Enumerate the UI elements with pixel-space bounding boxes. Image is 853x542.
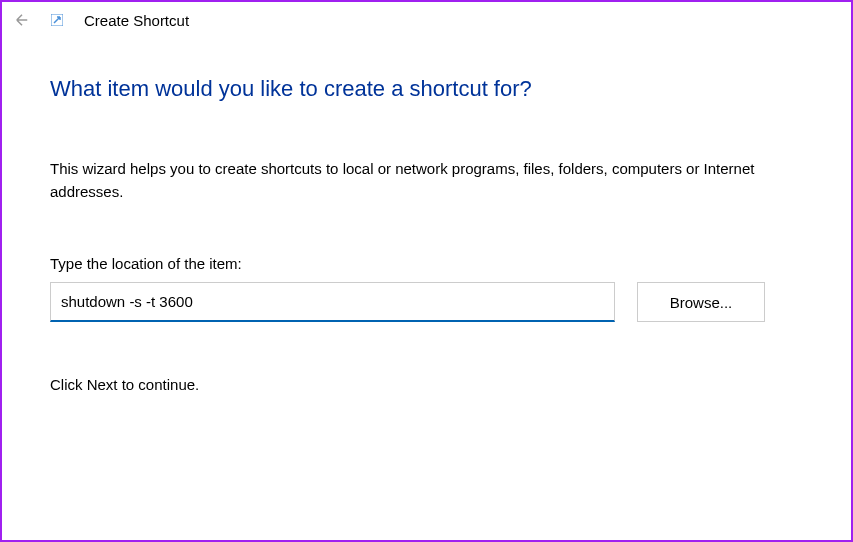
page-heading: What item would you like to create a sho… — [50, 76, 803, 102]
input-row: Browse... — [50, 282, 803, 322]
location-input[interactable] — [50, 282, 615, 322]
wizard-header: Create Shortcut — [2, 2, 851, 38]
continue-instruction: Click Next to continue. — [50, 376, 803, 393]
wizard-description: This wizard helps you to create shortcut… — [50, 158, 803, 203]
wizard-content: What item would you like to create a sho… — [2, 38, 851, 393]
shortcut-icon — [50, 13, 64, 27]
window-title: Create Shortcut — [84, 12, 189, 29]
browse-button[interactable]: Browse... — [637, 282, 765, 322]
location-input-label: Type the location of the item: — [50, 255, 803, 272]
back-arrow-icon[interactable] — [12, 10, 32, 30]
